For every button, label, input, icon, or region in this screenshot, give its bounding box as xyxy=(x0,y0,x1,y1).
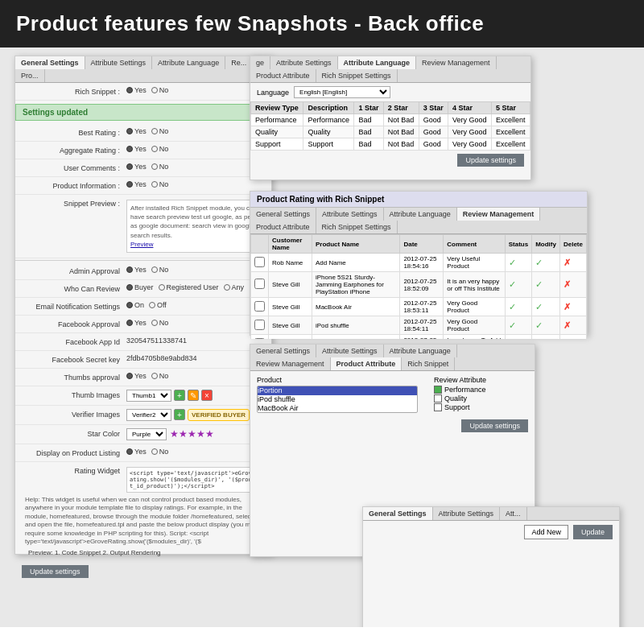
supp-checkbox[interactable] xyxy=(434,403,442,411)
product-option-2[interactable]: MacBook Air xyxy=(258,404,417,413)
tab-pa-rich[interactable]: Rich Snippet xyxy=(402,357,455,370)
tab-pa-review[interactable]: Review Management xyxy=(250,357,331,370)
review-col-header: Product Name xyxy=(312,235,399,254)
thumb-images-select[interactable]: Thumb1 xyxy=(126,390,171,402)
product-info-no[interactable]: No xyxy=(151,180,169,188)
rich-snippet-label: Rich Snippet : xyxy=(22,86,126,96)
lang-label: Language xyxy=(257,89,289,97)
tab-pa-lang[interactable]: Attribute Language xyxy=(384,345,457,357)
attr-lang-cell: Very Good xyxy=(448,114,492,126)
verifier-add-btn[interactable]: + xyxy=(174,409,185,420)
tab-rt-more[interactable]: Att... xyxy=(500,507,527,520)
qual-checkbox[interactable] xyxy=(434,394,442,402)
tab-product-attribute[interactable]: Pro... xyxy=(15,69,45,82)
attr-lang-update-btn[interactable]: Update settings xyxy=(457,154,524,167)
aggregate-rating-value: Yes No xyxy=(126,145,265,153)
buyer-opt[interactable]: Buyer xyxy=(126,283,154,291)
tab-pa-general[interactable]: General Settings xyxy=(250,345,316,357)
perf-checkbox[interactable] xyxy=(434,386,442,394)
product-info-yes[interactable]: Yes xyxy=(126,180,147,188)
rich-snippet-yes[interactable]: Yes xyxy=(126,86,147,94)
tab-general-settings[interactable]: General Settings xyxy=(15,56,85,69)
product-attr-tabs: General Settings Attribute Settings Attr… xyxy=(250,345,535,371)
best-rating-yes[interactable]: Yes xyxy=(126,127,147,135)
attr-lang-cell: Bad xyxy=(354,114,383,126)
snippet-preview-value: After installed Rich Snippet module, you… xyxy=(126,198,265,254)
tab-al-product[interactable]: Product Attribute xyxy=(250,69,316,82)
review-checkbox[interactable] xyxy=(254,338,265,340)
tab-al-rich[interactable]: Rich Snippet Settings xyxy=(316,69,398,82)
fb-yes[interactable]: Yes xyxy=(126,319,147,327)
rating-widget-code-block: <script type='text/javascript'>eGroveRat… xyxy=(126,467,265,493)
rich-snippet-no[interactable]: No xyxy=(151,86,169,94)
tab-r-attr[interactable]: Attribute Settings xyxy=(316,208,384,221)
admin-approval-yes[interactable]: Yes xyxy=(126,266,147,274)
attr-lang-cell: Performance xyxy=(251,114,303,126)
user-comments-no[interactable]: No xyxy=(151,163,169,171)
review-checkbox[interactable] xyxy=(254,320,265,330)
tab-r-lang[interactable]: Attribute Language xyxy=(384,208,457,221)
registered-opt[interactable]: Registered User xyxy=(159,283,219,291)
review-type-actions: Add New Update xyxy=(363,521,619,543)
update-settings-btn[interactable]: Update settings xyxy=(22,565,89,578)
product-option-0[interactable]: iPortion xyxy=(258,386,417,395)
tab-rt-general[interactable]: General Settings xyxy=(363,507,433,520)
attr-lang-cell: Excellent xyxy=(492,114,530,126)
user-comments-yes[interactable]: Yes xyxy=(126,163,147,171)
attr-lang-cell: Performance xyxy=(303,114,354,126)
verifier-select[interactable]: Verifier2 xyxy=(126,409,171,421)
add-new-btn[interactable]: Add New xyxy=(524,525,568,539)
tab-pa-product[interactable]: Product Attribute xyxy=(331,357,402,370)
attr-quality[interactable]: Quality xyxy=(434,394,486,402)
admin-approval-no[interactable]: No xyxy=(151,266,169,274)
tab-al-attr[interactable]: Attribute Settings xyxy=(270,56,338,69)
email-on[interactable]: On xyxy=(126,301,144,309)
user-comments-row: User Comments : Yes No xyxy=(15,159,271,177)
product-select[interactable]: iPortion iPod shuffle MacBook Air xyxy=(257,386,418,413)
tab-attribute-language[interactable]: Attribute Language xyxy=(152,56,225,69)
review-table-cell: ✓ xyxy=(505,316,531,335)
fb-no[interactable]: No xyxy=(151,319,169,327)
settings-updated-banner: Settings updated xyxy=(15,104,271,121)
listing-no[interactable]: No xyxy=(151,448,169,456)
tab-al-review[interactable]: Review Management xyxy=(416,56,497,69)
tab-r-product[interactable]: Product Attribute xyxy=(250,221,316,233)
best-rating-no[interactable]: No xyxy=(151,127,169,135)
product-option-1[interactable]: iPod shuffle xyxy=(258,395,417,404)
lang-select[interactable]: English [English] xyxy=(294,86,390,98)
star-color-select[interactable]: Purple xyxy=(126,428,167,440)
tab-r-review[interactable]: Review Management xyxy=(457,208,541,221)
aggregate-no[interactable]: No xyxy=(151,145,169,153)
thumb-delete-btn[interactable]: × xyxy=(201,390,213,401)
review-checkbox[interactable] xyxy=(254,301,265,312)
thumb-edit-btn[interactable]: ✎ xyxy=(188,390,199,401)
supp-label: Support xyxy=(444,403,470,411)
listing-yes[interactable]: Yes xyxy=(126,448,147,456)
tab-pa-attr[interactable]: Attribute Settings xyxy=(316,345,384,357)
tab-attribute-settings[interactable]: Attribute Settings xyxy=(85,56,153,69)
email-off[interactable]: Off xyxy=(149,301,167,309)
thumbs-yes[interactable]: Yes xyxy=(126,372,147,380)
review-checkbox[interactable] xyxy=(254,279,265,289)
attr-support[interactable]: Support xyxy=(434,403,486,411)
review-checkbox[interactable] xyxy=(254,257,265,267)
tab-al-general[interactable]: ge xyxy=(250,56,270,69)
aggregate-yes[interactable]: Yes xyxy=(126,145,147,153)
display-on-listing-label: Display on Product Listing xyxy=(22,448,126,457)
tab-r-general[interactable]: General Settings xyxy=(250,208,316,221)
thumbs-no[interactable]: No xyxy=(151,372,169,380)
who-can-review-label: Who Can Review xyxy=(22,283,126,293)
thumb-add-btn[interactable]: + xyxy=(174,390,185,401)
product-attr-update-btn[interactable]: Update settings xyxy=(461,419,528,432)
review-table-cell: ✓ xyxy=(532,272,560,298)
attr-performance[interactable]: Performance xyxy=(434,386,486,394)
preview-link[interactable]: Preview xyxy=(130,241,153,248)
panel-review-type: General Settings Attribute Settings Att.… xyxy=(362,506,620,627)
email-notif-label: Email Notification Settings xyxy=(22,301,126,311)
any-opt[interactable]: Any xyxy=(224,283,245,291)
tab-rt-attr[interactable]: Attribute Settings xyxy=(433,507,501,520)
tab-r-rich[interactable]: Rich Snippet Settings xyxy=(316,221,398,233)
check-icon: ✓ xyxy=(509,258,516,267)
tab-al-lang[interactable]: Attribute Language xyxy=(338,56,417,69)
update-btn[interactable]: Update xyxy=(573,525,613,539)
